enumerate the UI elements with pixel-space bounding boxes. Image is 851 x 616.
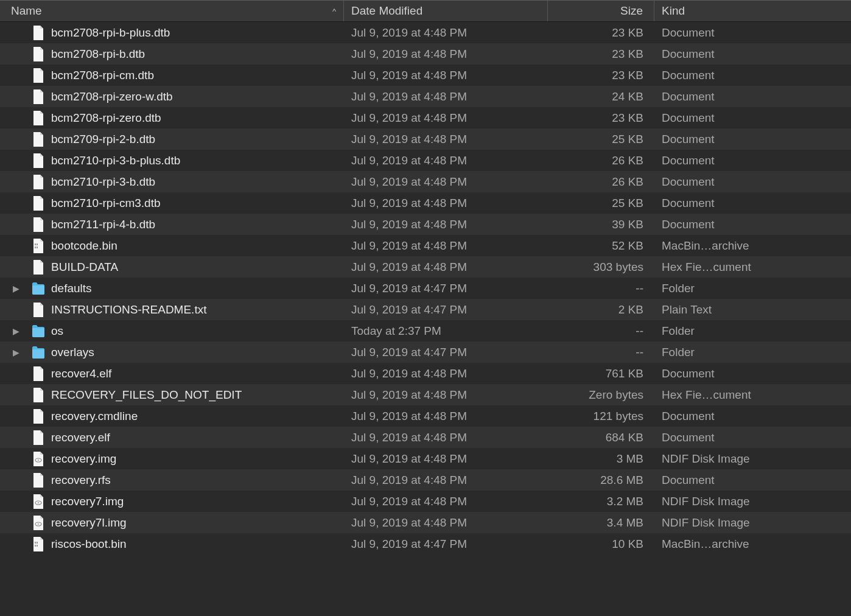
file-date: Jul 9, 2019 at 4:48 PM [351,197,467,210]
file-name: recovery7.img [51,495,124,508]
file-size-cell: 28.6 MB [548,469,654,491]
file-date: Jul 9, 2019 at 4:48 PM [351,367,467,380]
finder-list-view: Name ^ Date Modified Size Kind bcm2708-r… [0,0,851,616]
file-date-cell: Jul 9, 2019 at 4:48 PM [344,171,548,192]
file-row[interactable]: bcm2708-rpi-zero.dtbJul 9, 2019 at 4:48 … [0,107,851,128]
file-row[interactable]: bcm2711-rpi-4-b.dtbJul 9, 2019 at 4:48 P… [0,214,851,235]
file-size-cell: 121 bytes [548,405,654,427]
file-name-cell: recover4.elf [0,363,344,384]
file-list: bcm2708-rpi-b-plus.dtbJul 9, 2019 at 4:4… [0,22,851,555]
file-row[interactable]: bcm2710-rpi-cm3.dtbJul 9, 2019 at 4:48 P… [0,192,851,214]
file-row[interactable]: bootcode.binJul 9, 2019 at 4:48 PM52 KBM… [0,235,851,256]
file-kind: Document [662,197,715,210]
file-name-cell: bcm2708-rpi-zero-w.dtb [0,86,344,107]
file-kind: MacBin…archive [662,537,749,551]
file-name-cell: bcm2710-rpi-3-b.dtb [0,171,344,192]
file-kind-cell: Folder [654,320,851,341]
file-size: 10 KB [612,537,643,551]
file-date-cell: Jul 9, 2019 at 4:47 PM [344,533,548,555]
file-row[interactable]: bcm2710-rpi-3-b.dtbJul 9, 2019 at 4:48 P… [0,171,851,192]
file-size-cell: 23 KB [548,107,654,128]
file-row[interactable]: BUILD-DATAJul 9, 2019 at 4:48 PM303 byte… [0,256,851,278]
folder-icon [32,345,45,360]
file-row[interactable]: bcm2710-rpi-3-b-plus.dtbJul 9, 2019 at 4… [0,150,851,171]
disclosure-triangle-icon[interactable]: ▶ [7,284,24,293]
file-size: 23 KB [612,69,643,82]
file-name: bcm2708-rpi-b-plus.dtb [51,26,170,40]
file-size-cell: 26 KB [548,171,654,192]
file-name-cell: bcm2708-rpi-b.dtb [0,43,344,65]
file-kind: Document [662,175,715,189]
disclosure-triangle-icon[interactable]: ▶ [7,348,24,357]
file-row[interactable]: bcm2708-rpi-b.dtbJul 9, 2019 at 4:48 PM2… [0,43,851,65]
file-name: bootcode.bin [51,239,117,253]
file-row[interactable]: recovery.rfsJul 9, 2019 at 4:48 PM28.6 M… [0,469,851,491]
file-row[interactable]: bcm2708-rpi-cm.dtbJul 9, 2019 at 4:48 PM… [0,65,851,86]
file-icon [32,25,45,41]
column-header-size[interactable]: Size [548,1,654,21]
file-size-cell: -- [548,320,654,341]
file-date: Jul 9, 2019 at 4:48 PM [351,239,467,253]
file-row[interactable]: bcm2708-rpi-zero-w.dtbJul 9, 2019 at 4:4… [0,86,851,107]
file-row[interactable]: INSTRUCTIONS-README.txtJul 9, 2019 at 4:… [0,299,851,320]
file-date: Jul 9, 2019 at 4:48 PM [351,47,467,61]
file-date-cell: Jul 9, 2019 at 4:48 PM [344,235,548,256]
file-row[interactable]: recovery.elfJul 9, 2019 at 4:48 PM684 KB… [0,427,851,448]
file-name-cell: riscos-boot.bin [0,533,344,555]
column-header-name[interactable]: Name ^ [0,1,344,21]
file-kind-cell: Document [654,107,851,128]
file-size-cell: 10 KB [548,533,654,555]
file-size-cell: 23 KB [548,65,654,86]
file-date: Jul 9, 2019 at 4:48 PM [351,26,467,40]
file-kind-cell: MacBin…archive [654,235,851,256]
file-name: bcm2710-rpi-cm3.dtb [51,197,161,210]
file-row[interactable]: riscos-boot.binJul 9, 2019 at 4:47 PM10 … [0,533,851,555]
file-date: Jul 9, 2019 at 4:47 PM [351,282,467,295]
file-date-cell: Jul 9, 2019 at 4:47 PM [344,341,548,363]
file-row[interactable]: bcm2708-rpi-b-plus.dtbJul 9, 2019 at 4:4… [0,22,851,43]
file-row[interactable]: recover4.elfJul 9, 2019 at 4:48 PM761 KB… [0,363,851,384]
file-row[interactable]: ▶osToday at 2:37 PM--Folder [0,320,851,341]
file-date: Jul 9, 2019 at 4:47 PM [351,303,467,317]
file-kind: Document [662,154,715,167]
disclosure-triangle-icon[interactable]: ▶ [7,326,24,336]
file-date-cell: Jul 9, 2019 at 4:48 PM [344,128,548,150]
file-name-cell: bcm2708-rpi-b-plus.dtb [0,22,344,43]
file-size: 39 KB [612,218,643,231]
file-row[interactable]: recovery.cmdlineJul 9, 2019 at 4:48 PM12… [0,405,851,427]
file-row[interactable]: recovery7.imgJul 9, 2019 at 4:48 PM3.2 M… [0,491,851,512]
file-kind-cell: Document [654,128,851,150]
file-row[interactable]: ▶overlaysJul 9, 2019 at 4:47 PM--Folder [0,341,851,363]
file-size-cell: 3.4 MB [548,512,654,533]
file-name: bcm2710-rpi-3-b.dtb [51,175,155,189]
file-date-cell: Jul 9, 2019 at 4:48 PM [344,22,548,43]
file-name-cell: bcm2708-rpi-cm.dtb [0,65,344,86]
file-date-cell: Jul 9, 2019 at 4:48 PM [344,512,548,533]
file-kind-cell: Document [654,469,851,491]
file-size-cell: 684 KB [548,427,654,448]
file-name-cell: RECOVERY_FILES_DO_NOT_EDIT [0,384,344,405]
file-row[interactable]: RECOVERY_FILES_DO_NOT_EDITJul 9, 2019 at… [0,384,851,405]
file-row[interactable]: recovery7l.imgJul 9, 2019 at 4:48 PM3.4 … [0,512,851,533]
file-name-cell: ▶os [0,320,344,341]
file-name: bcm2711-rpi-4-b.dtb [51,218,155,231]
file-date-cell: Jul 9, 2019 at 4:47 PM [344,278,548,299]
file-row[interactable]: bcm2709-rpi-2-b.dtbJul 9, 2019 at 4:48 P… [0,128,851,150]
file-date-cell: Jul 9, 2019 at 4:48 PM [344,491,548,512]
file-size-cell: Zero bytes [548,384,654,405]
file-size-cell: 303 bytes [548,256,654,278]
file-name: riscos-boot.bin [51,537,127,551]
file-kind-cell: NDIF Disk Image [654,512,851,533]
file-date: Jul 9, 2019 at 4:47 PM [351,537,467,551]
file-icon [32,515,45,531]
file-size: 25 KB [612,197,643,210]
file-row[interactable]: recovery.imgJul 9, 2019 at 4:48 PM3 MBND… [0,448,851,469]
file-icon [32,217,45,233]
column-header-kind[interactable]: Kind [654,1,851,21]
folder-icon [32,281,45,296]
column-header-date[interactable]: Date Modified [344,1,548,21]
file-row[interactable]: ▶defaultsJul 9, 2019 at 4:47 PM--Folder [0,278,851,299]
file-date-cell: Today at 2:37 PM [344,320,548,341]
file-size: 303 bytes [594,261,643,274]
file-kind-cell: Document [654,150,851,171]
